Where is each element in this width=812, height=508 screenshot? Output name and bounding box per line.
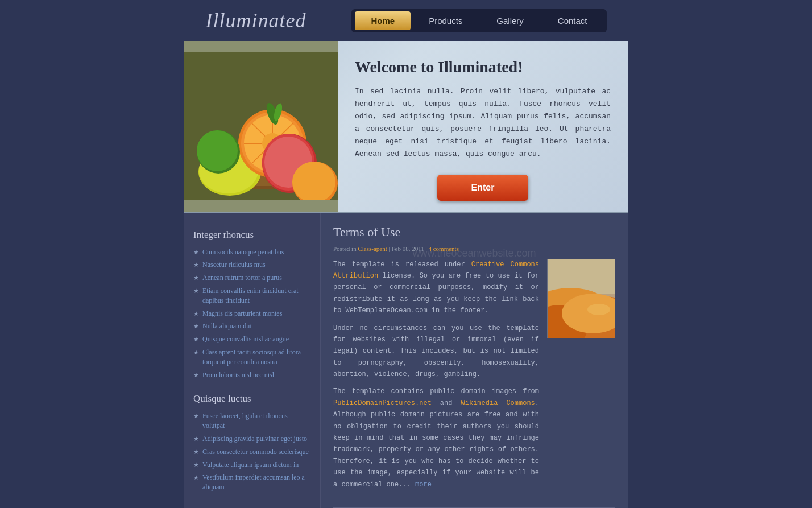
star-icon: ★ [193, 348, 199, 357]
list-item[interactable]: ★Etiam convallis enim tincidunt erat dap… [193, 286, 311, 305]
star-icon: ★ [193, 448, 199, 456]
list-item[interactable]: ★Aenean rutrum tortor a purus [193, 273, 311, 283]
article1-paragraph3: The template contains public domain imag… [333, 386, 539, 490]
content-area: Integer rhoncus ★Cum socils natoque pena… [184, 213, 628, 508]
sidebar-section1-list: ★Cum socils natoque penatibus ★Nascetur … [193, 247, 311, 380]
sidebar-section3-title: Mauris sagittis [193, 506, 311, 508]
hero-heading: Welcome to Illuminated! [355, 58, 611, 76]
list-item[interactable]: ★Proin lobortis nisl nec nisl [193, 370, 311, 380]
list-item[interactable]: ★Fusce laoreet, ligula et rhoncus volutp… [193, 411, 311, 431]
hero-image [184, 41, 338, 212]
list-item[interactable]: ★Adipiscing gravida pulvinar eget justo [193, 434, 311, 444]
site-title: Illuminated [205, 9, 306, 32]
svg-point-17 [197, 130, 238, 171]
list-item[interactable]: ★Vulputate aliquam ipsum dictum in [193, 460, 311, 470]
star-icon: ★ [193, 335, 199, 344]
article1-paragraph1: The template is released under Creative … [333, 259, 539, 317]
article1-meta: Posted in Class-apent | Feb 08, 2011 | 4… [333, 245, 615, 252]
main-nav: Home Products Gallery Contact [351, 9, 606, 32]
star-icon: ★ [193, 412, 199, 420]
article1-title: Terms of Use [333, 225, 615, 239]
hero-content: Welcome to Illuminated! In sed lacinia n… [338, 41, 628, 212]
star-icon: ★ [193, 309, 199, 318]
article1-thumbnail [547, 259, 615, 338]
star-icon: ★ [193, 261, 199, 269]
star-icon: ★ [193, 274, 199, 282]
star-icon: ★ [193, 473, 199, 482]
cc-attribution-link[interactable]: Creative Commons Attribution [333, 261, 539, 280]
list-item[interactable]: ★Class aptent taciti sociosqu ad litora … [193, 348, 311, 367]
sidebar-section2-title: Quisque luctus [193, 393, 311, 404]
header: Illuminated Home Products Gallery Contac… [0, 0, 812, 41]
star-icon: ★ [193, 435, 199, 443]
hero-section: Welcome to Illuminated! In sed lacinia n… [184, 41, 628, 213]
sidebar-section1-title: Integer rhoncus [193, 229, 311, 241]
sidebar-section2-list: ★Fusce laoreet, ligula et rhoncus volutp… [193, 411, 311, 492]
article1-meta-prefix: Posted in [333, 245, 357, 252]
list-item[interactable]: ★Nulla aliquam dui [193, 321, 311, 331]
list-item[interactable]: ★Magnis dis parturient montes [193, 309, 311, 319]
hero-body: In sed lacinia nulla. Proin velit libero… [355, 85, 611, 161]
list-item[interactable]: ★Vestibulum imperdiet accumsan leo a ali… [193, 473, 311, 492]
nav-contact[interactable]: Contact [542, 11, 603, 30]
article1-date: Feb 08, 2011 [391, 245, 424, 252]
nav-home[interactable]: Home [355, 11, 411, 30]
main-wrapper: Welcome to Illuminated! In sed lacinia n… [184, 41, 628, 508]
article-terms-of-use: Terms of Use Posted in Class-apent | Feb… [333, 225, 615, 490]
star-icon: ★ [193, 287, 199, 295]
list-item[interactable]: ★Nascetur ridiculus mus [193, 260, 311, 270]
svg-point-29 [587, 304, 610, 315]
nav-products[interactable]: Products [413, 11, 478, 30]
enter-button[interactable]: Enter [437, 175, 529, 201]
article1-more-link[interactable]: more [415, 481, 432, 489]
list-item[interactable]: ★Cum socils natoque penatibus [193, 247, 311, 257]
article1-body: The template is released under Creative … [333, 259, 615, 490]
articles-area: www.theoceanwebsite.com Terms of Use Pos… [321, 213, 628, 508]
article1-comments-link[interactable]: 4 comments [428, 245, 458, 252]
svg-rect-24 [548, 259, 615, 294]
star-icon: ★ [193, 461, 199, 469]
pdp-link[interactable]: PublicDomainPictures.net [333, 399, 432, 407]
star-icon: ★ [193, 322, 199, 331]
nav-gallery[interactable]: Gallery [480, 11, 540, 30]
article1-category-link[interactable]: Class-apent [358, 245, 387, 252]
star-icon: ★ [193, 248, 199, 257]
list-item[interactable]: ★Cras consectetur commodo scelerisque [193, 447, 311, 457]
articles-container: www.theoceanwebsite.com Terms of Use Pos… [333, 225, 615, 508]
star-icon: ★ [193, 371, 199, 379]
article1-paragraph2: Under no circumstances can you use the t… [333, 323, 539, 381]
wikimedia-link[interactable]: Wikimedia Commons [461, 399, 535, 407]
list-item[interactable]: ★Quisque convallis nisl ac augue [193, 334, 311, 344]
sidebar: Integer rhoncus ★Cum socils natoque pena… [184, 213, 321, 508]
